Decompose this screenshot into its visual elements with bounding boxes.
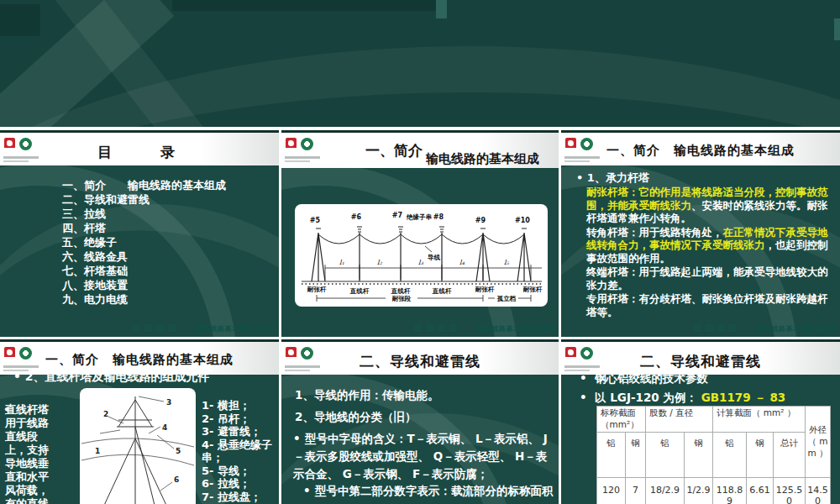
table-cell: 6.61 xyxy=(747,478,774,504)
bullet-dot: • xyxy=(3,403,10,417)
sub-header: 铝 xyxy=(597,433,626,478)
left-text-block: • 直线杆塔用于线路直线段上，支持导地线垂直和水平风荷载，有的直线 xyxy=(5,403,59,504)
base-label: 耐张杆 xyxy=(307,286,327,293)
acsr-parameter-table: 标称截面（mm²） 股数 / 直径 计算截面（ mm² ） 外径（ mm ） 铝… xyxy=(596,406,831,504)
section-heading: • 2、直线杆塔及输电线路的组成元件 xyxy=(13,370,210,385)
bullet-text: 型号中第二部分数字表示：载流部分的标称面积 xyxy=(315,484,554,497)
cutoff-slide-band xyxy=(0,0,840,127)
slide-thumbnail-toc[interactable]: 目 录 一、简介 输电线路的基本组成 二、导线和避雷线 三、拉线 四、杆塔 五、… xyxy=(0,130,279,337)
bullet-paragraph: •型号中字母的含义：T－表示铜、 L－表示铝、 J－表示多股绞线或加强型、 Q－… xyxy=(293,430,549,483)
standard-code: GB1179 － 83 xyxy=(701,391,786,404)
nav-button[interactable] xyxy=(168,324,176,332)
table-cell: 18/2.9 xyxy=(646,478,685,504)
nav-button[interactable] xyxy=(729,324,737,332)
paragraph: 转角杆塔：用于线路转角处，在正常情况下承受导地线转角合力，事故情况下承受断线张力… xyxy=(586,226,833,265)
slide-title: 二、导线和避雷线 xyxy=(561,352,840,371)
diagram-number: 5 xyxy=(176,447,181,455)
nav-button[interactable] xyxy=(449,324,457,332)
tower-label: #6 xyxy=(351,213,362,221)
sub-header: 钢 xyxy=(685,433,713,478)
toc-item: 六、线路金具 xyxy=(62,249,226,264)
span-label: l₅ xyxy=(504,259,510,266)
slide-header: 二、导线和避雷线 xyxy=(281,342,559,375)
sub-header: 铝 xyxy=(713,433,747,478)
diagram-number: 4 xyxy=(162,423,167,432)
component-legend: 1- 横担； 2- 吊杆； 3- 避雷线； 4- 悬垂绝缘子串； 5- 导线； … xyxy=(202,399,279,504)
column-group: 标称截面（mm²） xyxy=(597,407,646,433)
bullet-dot: • xyxy=(293,430,305,448)
slide-header: 二、导线和避雷线 xyxy=(561,342,840,375)
table-cell: 14.50 xyxy=(806,478,831,504)
bullet-line: • 以 LGJ-120 为例： GB1179 － 83 xyxy=(580,391,785,406)
nav-button[interactable] xyxy=(706,324,713,332)
slide-thumbnail-conductor-types[interactable]: 二、导线和避雷线 1、导线的作用：传输电能。 2、导地线的分类（旧） •型号中字… xyxy=(281,339,559,504)
state-grid-logo-icon xyxy=(301,138,313,150)
table-cell: 118.89 xyxy=(713,478,747,504)
nav-button[interactable] xyxy=(414,324,422,332)
left-text: 直线杆塔用于线路直线段上，支持导地线垂直和水平风荷载，有的直线 xyxy=(5,403,49,504)
nav-button[interactable] xyxy=(156,324,164,332)
logo-caption xyxy=(285,160,310,162)
tower-label: #10 xyxy=(515,217,530,224)
toc-item: 三、拉线 xyxy=(62,207,226,221)
bullet-line: • 钢心铝绞线的技术参数 xyxy=(580,371,708,386)
slide-thumbnail-acsr-table[interactable]: 二、导线和避雷线 • 钢心铝绞线的技术参数 • 以 LGJ-120 为例： GB… xyxy=(561,339,840,504)
diagram-number: 6 xyxy=(174,475,179,484)
slide-thumbnail-intro-diagram[interactable]: 一、简介 输电线路的基本组成 xyxy=(281,130,559,337)
column-group: 外径（ mm ） xyxy=(806,407,831,478)
body-line: 1、导线的作用：传输电能。 xyxy=(295,388,438,403)
legend-item: 6- 拉线； xyxy=(202,477,279,491)
span-label: l₂ xyxy=(377,259,383,266)
isolated-span-label: 孤立档 xyxy=(496,295,517,302)
sub-header: 总计 xyxy=(774,433,806,478)
tension-section-label: 耐张段 xyxy=(392,295,412,302)
slide-thumbnail-tower-types[interactable]: 一、简介 输电线路的基本组成 • 1、承力杆塔 耐张杆塔：它的作用是将线路适当分… xyxy=(561,130,840,337)
slide-header: 一、简介 输电线路的基本组成 xyxy=(281,133,559,168)
base-label: 耐张杆 xyxy=(523,286,543,293)
toc-item: 一、简介 输电线路的基本组成 xyxy=(62,178,226,192)
table-cell: 120 xyxy=(597,478,626,504)
nav-button[interactable] xyxy=(144,324,152,332)
table-cell: 1/2.9 xyxy=(685,478,713,504)
span-label: l₄ xyxy=(459,259,465,266)
slide-sorter-view: 目 录 一、简介 输电线路的基本组成 二、导线和避雷线 三、拉线 四、杆塔 五、… xyxy=(0,0,840,504)
bullet-dot: • xyxy=(303,482,315,499)
tower-label: #8 xyxy=(433,213,444,221)
logo-caption xyxy=(285,156,320,159)
decor-rect xyxy=(172,0,437,11)
toc-item: 二、导线和避雷线 xyxy=(62,192,226,207)
nav-button[interactable] xyxy=(426,324,433,332)
nav-button[interactable] xyxy=(717,324,725,332)
slide-thumbnail-straight-tower[interactable]: 一、简介 输电线路的基本组成 • 2、直线杆塔及输电线路的组成元件 • 直线杆塔… xyxy=(0,339,279,504)
insulator-string-label: 绝缘子串 xyxy=(406,213,432,221)
table-row: 120 7 18/2.9 1/2.9 118.89 6.61 125.50 14… xyxy=(597,478,831,504)
legend-item: 1- 横担； xyxy=(202,399,279,412)
slide-title: 一、简介 输电线路的基本组成 xyxy=(0,352,279,368)
decor-rect xyxy=(834,18,840,40)
base-label: 直线杆 xyxy=(432,287,452,295)
slide-footer: 输电线路基本原理与结构 xyxy=(662,322,840,334)
slide-subtitle: 输电线路的基本组成 xyxy=(426,151,539,167)
toc-item: 五、绝缘子 xyxy=(62,235,226,249)
bullet-text: 钢心铝绞线的技术参数 xyxy=(595,371,708,385)
diagram-number: 2 xyxy=(103,410,108,418)
nav-button[interactable] xyxy=(133,324,140,332)
legend-item: 3- 避雷线； xyxy=(202,425,279,438)
pole-diagram: 1 2 3 4 5 6 7 8 xyxy=(80,388,196,504)
column-group: 股数 / 直径 xyxy=(646,407,713,433)
body-line: 2、导地线的分类（旧） xyxy=(295,410,416,425)
diagram-number: 1 xyxy=(95,447,100,455)
slide-title: 二、导线和避雷线 xyxy=(281,352,559,371)
table-cell: 7 xyxy=(626,478,646,504)
slide-header: 一、简介 输电线路的基本组成 xyxy=(561,133,840,165)
text-segment: 转角杆塔：用于线路转角处， xyxy=(586,226,723,239)
column-group: 计算截面（ mm² ） xyxy=(713,407,806,433)
bullet-paragraph: •型号中第二部分数字表示：载流部分的标称面积 xyxy=(303,482,555,499)
toc-item: 八、接地装置 xyxy=(62,278,226,292)
base-label: 直线杆 xyxy=(391,287,411,295)
transmission-line-diagram: #5 #6 #7 #8 #9 #10 绝缘子串 导线 xyxy=(295,204,548,310)
slide-title: 一、简介 xyxy=(365,141,423,160)
nav-button[interactable] xyxy=(694,324,701,332)
base-label: 耐张杆 xyxy=(475,286,495,293)
nav-button[interactable] xyxy=(438,324,445,332)
